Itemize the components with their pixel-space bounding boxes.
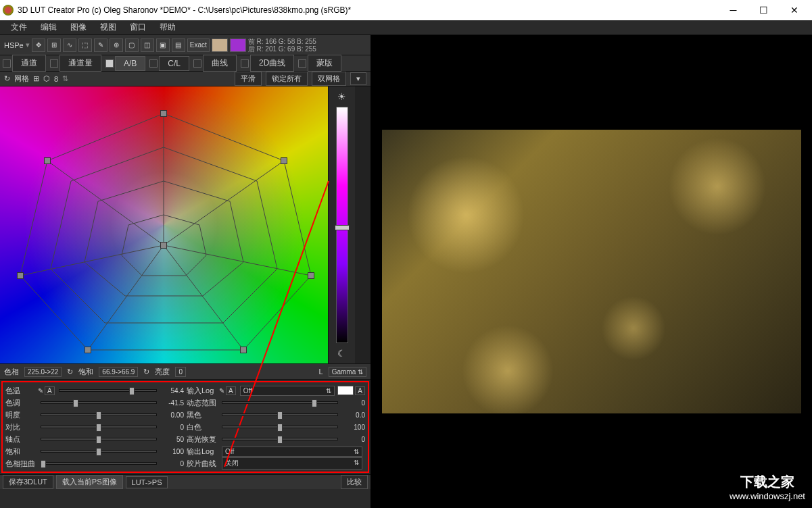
tab-channel-amt[interactable]: 通道量 [59,55,101,72]
slider-track[interactable] [222,401,338,404]
slider-handle[interactable] [96,436,101,444]
slider-track[interactable] [41,462,157,465]
slider-handle[interactable] [73,399,78,407]
refresh-icon[interactable]: ↻ [4,74,10,83]
hue-value[interactable]: 225.0->22 [24,367,62,377]
grid-icon[interactable]: ⊞ [33,74,39,83]
menu-view[interactable]: 视图 [93,20,123,34]
menu-edit[interactable]: 编辑 [34,20,64,34]
grid-node[interactable] [308,272,314,279]
slider-track[interactable] [41,426,157,428]
slider-dropdown[interactable]: Off⇅ [240,386,335,396]
slider-track[interactable] [222,413,338,416]
swatch-2[interactable] [230,39,246,52]
menu-window[interactable]: 窗口 [123,20,153,34]
white-swatch[interactable] [337,386,354,395]
swatch-1[interactable] [212,39,228,52]
tool-curve-icon[interactable]: ∿ [63,39,76,52]
slider-handle[interactable] [277,411,283,420]
sun-icon[interactable]: ☀ [335,89,350,104]
slider-value[interactable]: 0 [341,399,365,407]
auto-button[interactable]: A [226,386,236,395]
close-button[interactable]: ✕ [779,0,809,20]
slider-value[interactable]: 100 [160,448,184,455]
grid-node[interactable] [240,347,247,353]
tool-zoom-icon[interactable]: ⊕ [110,39,123,52]
tool-eyedropper-icon[interactable]: ✎ [94,39,108,52]
maximize-button[interactable]: ☐ [748,0,779,20]
slider-value[interactable]: 0 [160,460,184,467]
brightness-handle[interactable] [335,225,350,230]
tab-ab[interactable]: A/B [115,56,145,71]
tab-mask[interactable]: 蒙版 [308,55,341,72]
hex-icon[interactable]: ⬡ [43,74,50,83]
color-wheel[interactable] [0,86,328,363]
tool-hist-icon[interactable]: ▤ [172,39,185,52]
exact-button[interactable]: Exact [187,39,210,52]
slider-dropdown[interactable]: Off⇅ [222,447,362,457]
minimize-button[interactable]: ─ [718,0,748,20]
grid-node-center[interactable] [160,242,167,249]
menu-file[interactable]: 文件 [4,20,34,34]
brightness-slider[interactable] [336,107,348,343]
tool-grid-icon[interactable]: ⊞ [47,39,61,52]
tab-channel[interactable]: 通道 [12,55,46,72]
slider-track[interactable] [222,426,338,428]
grid-node[interactable] [160,110,167,117]
slider-handle[interactable] [312,399,317,407]
tool-select-icon[interactable]: ⬚ [78,39,92,52]
tool-shape-icon[interactable]: ▣ [156,39,170,52]
slider-value[interactable]: 0.00 [160,411,184,419]
grid-node[interactable] [17,272,24,279]
auto-button[interactable]: A [45,386,55,395]
slider-value[interactable]: 54.4 [160,387,184,395]
moon-icon[interactable]: ☾ [335,346,350,361]
slider-track[interactable] [41,450,157,453]
dropdown-arrow-icon[interactable]: ▾ [350,72,366,85]
slider-track[interactable] [41,438,157,440]
grid-count[interactable]: 8 [54,75,58,83]
slider-handle[interactable] [41,460,46,468]
save-3dlut-button[interactable]: 保存3DLUT [3,475,53,489]
slider-value[interactable]: 0 [341,436,365,443]
preview-image[interactable] [382,130,801,413]
slider-value[interactable]: 0.0 [341,411,365,419]
smooth-button[interactable]: 平滑 [235,72,262,86]
slider-handle[interactable] [129,387,135,395]
compare-button[interactable]: 比较 [341,475,368,489]
grid-node[interactable] [281,157,287,164]
menu-help[interactable]: 帮助 [153,20,183,34]
lut-to-ps-button[interactable]: LUT->PS [126,476,168,488]
tab-cl[interactable]: C/L [159,56,189,71]
menu-image[interactable]: 图像 [64,20,93,34]
load-ps-button[interactable]: 载入当前PS图像 [56,475,123,489]
slider-track[interactable] [59,389,157,392]
slider-track[interactable] [41,401,157,404]
slider-value[interactable]: 100 [341,424,365,431]
grid-node[interactable] [44,157,51,164]
slider-track[interactable] [222,438,338,440]
slider-handle[interactable] [277,436,283,444]
grid-stepper[interactable]: ⇅ [62,74,68,83]
slider-dropdown[interactable]: 关闭⇅ [222,457,362,469]
slider-value[interactable]: -41.5 [160,399,184,407]
sat-value[interactable]: 66.9->66.9 [99,367,138,377]
eyedropper-icon[interactable]: ✎ [38,387,43,395]
dual-grid-button[interactable]: 双网格 [312,72,346,86]
tool-crop-icon[interactable]: ◫ [141,39,154,52]
gamma-dropdown[interactable]: Gamma ⇅ [329,367,366,377]
tab-curves[interactable]: 曲线 [203,55,237,72]
refresh-icon[interactable]: ↻ [143,367,149,376]
slider-handle[interactable] [96,448,101,456]
auto-button[interactable]: A [355,386,365,395]
lum-value[interactable]: 0 [175,367,186,377]
tool-move-icon[interactable]: ✥ [32,39,45,52]
slider-track[interactable] [41,413,157,416]
tab-2dcurves[interactable]: 2D曲线 [250,55,294,72]
slider-handle[interactable] [277,424,283,432]
tool-square-icon[interactable]: ▢ [125,39,139,52]
lock-all-button[interactable]: 锁定所有 [266,72,308,86]
slider-value[interactable]: 0 [160,424,184,431]
grid-node[interactable] [85,347,91,353]
slider-value[interactable]: 50 [160,436,184,443]
